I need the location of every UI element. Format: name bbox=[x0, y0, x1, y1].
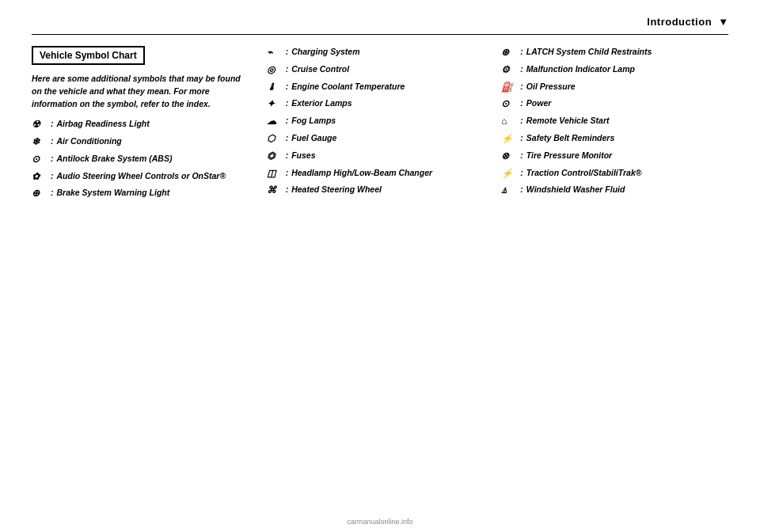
oil-pressure-label: Oil Pressure bbox=[526, 81, 720, 93]
symbol-list-col2: ⌁ : Charging System ◎ : Cruise Control 🌡… bbox=[267, 46, 486, 197]
list-item: ⛽ : Oil Pressure bbox=[501, 81, 720, 94]
header-bar: Introduction ▼ bbox=[32, 16, 728, 35]
brake-icon: ⊕ bbox=[32, 187, 49, 200]
column-1: Vehicle Symbol Chart Here are some addit… bbox=[32, 46, 259, 204]
charging-icon: ⌁ bbox=[267, 46, 284, 59]
list-item: 🌡 : Engine Coolant Temperature bbox=[267, 81, 486, 94]
abs-icon: ⊙ bbox=[32, 153, 49, 166]
seatbelt-label: Safety Belt Reminders bbox=[526, 132, 720, 144]
fuses-label: Fuses bbox=[291, 150, 485, 162]
abs-label: Antilock Brake System (ABS) bbox=[57, 153, 251, 165]
headlamp-label: Headlamp High/Low-Beam Changer bbox=[291, 167, 485, 179]
mil-icon: ⚙ bbox=[501, 63, 519, 77]
tire-pressure-icon: ⊗ bbox=[501, 150, 519, 163]
traction-control-icon: ⚡ bbox=[501, 167, 519, 180]
charging-label: Charging System bbox=[291, 46, 485, 58]
cruise-label: Cruise Control bbox=[291, 63, 485, 75]
exterior-lamps-label: Exterior Lamps bbox=[291, 97, 485, 109]
list-item: ⊗ : Tire Pressure Monitor bbox=[501, 150, 720, 163]
audio-icon: ✿ bbox=[32, 170, 49, 184]
fuses-icon: ⏣ bbox=[267, 150, 284, 163]
list-item: ◫ : Headlamp High/Low-Beam Changer bbox=[267, 167, 486, 180]
symbol-list-col1: ☢ : Airbag Readiness Light ❄ : Air Condi… bbox=[32, 118, 251, 200]
fog-lamps-icon: ☁ bbox=[267, 115, 284, 128]
airbag-label: Airbag Readiness Light bbox=[57, 118, 251, 130]
symbol-list-col3: ⊛ : LATCH System Child Restraints ⚙ : Ma… bbox=[501, 46, 720, 197]
list-item: ⊙ : Power bbox=[501, 97, 720, 111]
fuel-gauge-icon: ⬡ bbox=[267, 132, 284, 146]
heated-steering-icon: ⌘ bbox=[267, 184, 284, 197]
latch-label: LATCH System Child Restraints bbox=[526, 46, 720, 58]
list-item: ⚡ : Safety Belt Reminders bbox=[501, 132, 720, 146]
content-area: Vehicle Symbol Chart Here are some addit… bbox=[32, 46, 728, 204]
list-item: ⚙ : Malfunction Indicator Lamp bbox=[501, 63, 720, 77]
washer-fluid-icon: ⍋ bbox=[501, 184, 519, 197]
page-container: Introduction ▼ Vehicle Symbol Chart Here… bbox=[0, 0, 760, 532]
remote-start-label: Remote Vehicle Start bbox=[526, 115, 720, 127]
washer-fluid-label: Windshield Washer Fluid bbox=[526, 184, 720, 196]
heated-steering-label: Heated Steering Wheel bbox=[291, 184, 485, 196]
list-item: ⊙ : Antilock Brake System (ABS) bbox=[32, 153, 251, 166]
intro-text: Here are some additional symbols that ma… bbox=[32, 73, 251, 110]
list-item: ⌘ : Heated Steering Wheel bbox=[267, 184, 486, 197]
brake-label: Brake System Warning Light bbox=[57, 187, 251, 199]
header-arrow: ▼ bbox=[718, 16, 728, 28]
ac-label: Air Conditioning bbox=[57, 135, 251, 147]
list-item: ⍋ : Windshield Washer Fluid bbox=[501, 184, 720, 197]
mil-label: Malfunction Indicator Lamp bbox=[526, 63, 720, 75]
list-item: ✿ : Audio Steering Wheel Controls or OnS… bbox=[32, 170, 251, 184]
airbag-icon: ☢ bbox=[32, 118, 49, 131]
column-3: ⊛ : LATCH System Child Restraints ⚙ : Ma… bbox=[493, 46, 728, 204]
list-item: ⊕ : Brake System Warning Light bbox=[32, 187, 251, 200]
audio-label: Audio Steering Wheel Controls or OnStar® bbox=[57, 170, 251, 182]
power-label: Power bbox=[526, 97, 720, 109]
list-item: ⌁ : Charging System bbox=[267, 46, 486, 59]
seatbelt-icon: ⚡ bbox=[501, 132, 519, 146]
latch-icon: ⊛ bbox=[501, 46, 519, 59]
list-item: ✦ : Exterior Lamps bbox=[267, 97, 486, 111]
chart-title: Vehicle Symbol Chart bbox=[32, 46, 145, 65]
list-item: ◎ : Cruise Control bbox=[267, 63, 486, 77]
fog-lamps-label: Fog Lamps bbox=[291, 115, 485, 127]
column-2: ⌁ : Charging System ◎ : Cruise Control 🌡… bbox=[259, 46, 494, 204]
remote-start-icon: ⌂ bbox=[501, 115, 519, 128]
traction-control-label: Traction Control/StabiliTrak® bbox=[526, 167, 720, 179]
list-item: ⌂ : Remote Vehicle Start bbox=[501, 115, 720, 128]
ac-icon: ❄ bbox=[32, 135, 49, 149]
cruise-icon: ◎ bbox=[267, 63, 284, 77]
fuel-gauge-label: Fuel Gauge bbox=[291, 132, 485, 144]
list-item: ❄ : Air Conditioning bbox=[32, 135, 251, 149]
list-item: ⬡ : Fuel Gauge bbox=[267, 132, 486, 146]
exterior-lamps-icon: ✦ bbox=[267, 97, 284, 111]
headlamp-icon: ◫ bbox=[267, 167, 284, 180]
list-item: ⊛ : LATCH System Child Restraints bbox=[501, 46, 720, 59]
tire-pressure-label: Tire Pressure Monitor bbox=[526, 150, 720, 162]
engine-temp-label: Engine Coolant Temperature bbox=[291, 81, 485, 93]
header-title: Introduction bbox=[647, 16, 712, 28]
list-item: ☢ : Airbag Readiness Light bbox=[32, 118, 251, 131]
list-item: ☁ : Fog Lamps bbox=[267, 115, 486, 128]
list-item: ⏣ : Fuses bbox=[267, 150, 486, 163]
oil-pressure-icon: ⛽ bbox=[501, 81, 519, 94]
watermark: carmanualonline.info bbox=[347, 518, 412, 526]
power-icon: ⊙ bbox=[501, 97, 519, 111]
engine-temp-icon: 🌡 bbox=[267, 81, 284, 94]
list-item: ⚡ : Traction Control/StabiliTrak® bbox=[501, 167, 720, 180]
